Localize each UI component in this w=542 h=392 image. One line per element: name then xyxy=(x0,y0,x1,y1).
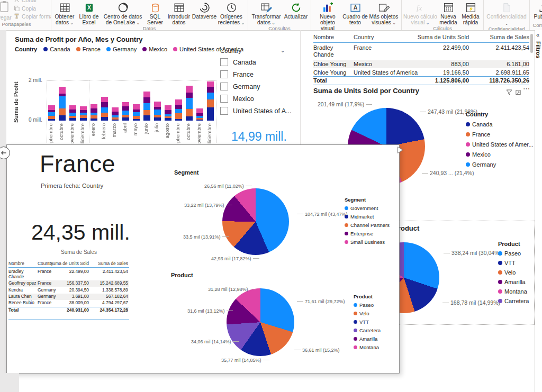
ribbon-button-dataverse[interactable]: Dataverse xyxy=(192,0,216,20)
bar-segment[interactable] xyxy=(112,117,119,120)
bar-segment[interactable] xyxy=(91,118,97,121)
bar-segment[interactable] xyxy=(143,97,150,103)
chevron-down-icon[interactable]: ⌄ xyxy=(281,48,285,53)
bar-stack-diciembre-3[interactable] xyxy=(80,80,87,121)
bar-segment[interactable] xyxy=(101,113,108,117)
bar-segment[interactable] xyxy=(207,93,214,99)
bar-segment[interactable] xyxy=(196,108,203,113)
legend-item[interactable]: Midmarket xyxy=(345,214,390,220)
table-row[interactable]: Kendra RomeroGermany20.394,501.338.578,8… xyxy=(8,287,129,294)
bar-segment[interactable] xyxy=(196,120,203,121)
legend-item[interactable]: Mexico xyxy=(142,46,167,52)
legend-item[interactable]: Amarilla xyxy=(354,336,381,342)
bar-segment[interactable] xyxy=(133,116,140,119)
bar-stack-septiembre-0[interactable] xyxy=(48,80,55,121)
ribbon-button-nueva-medida[interactable]: Nueva medida xyxy=(437,0,459,25)
bar-segment[interactable] xyxy=(48,119,55,121)
table-row[interactable]: Bradley ChandeFrance22.499,002.411.423,5… xyxy=(313,44,529,60)
ribbon-button-centro-de-datos-de-onelake[interactable]: Centro de datos de OneLake ⌄ xyxy=(101,0,144,26)
bar-segment[interactable] xyxy=(196,116,203,118)
legend-item[interactable]: Germany xyxy=(106,46,137,52)
bar-segment[interactable] xyxy=(154,117,161,121)
ribbon-button-ori-genes-recientes[interactable]: Orígenes recientes ⌄ xyxy=(216,0,246,26)
legend-item[interactable]: Germany xyxy=(466,161,534,168)
bar-segment[interactable] xyxy=(186,109,193,116)
checkbox-mexico[interactable] xyxy=(220,95,228,103)
bar-segment[interactable] xyxy=(154,107,161,110)
bar-segment[interactable] xyxy=(91,108,97,113)
bar-segment[interactable] xyxy=(59,115,66,121)
filter-icon[interactable] xyxy=(506,88,512,97)
bar-segment[interactable] xyxy=(175,109,182,113)
bar-segment[interactable] xyxy=(165,118,171,121)
table-row[interactable]: Geoffrey opezFrance156.337,5015.242.689,… xyxy=(8,280,129,287)
bar-stack-mayo-8[interactable] xyxy=(133,80,140,121)
bar-stack-septiembre-12[interactable] xyxy=(175,80,182,121)
bar-segment[interactable] xyxy=(59,96,66,108)
copy-format-button[interactable]: Copiar formato xyxy=(14,13,51,20)
bar-segment[interactable] xyxy=(91,104,97,108)
bar-segment[interactable] xyxy=(165,114,171,116)
legend-item[interactable]: Velo xyxy=(354,311,381,316)
bar-segment[interactable] xyxy=(186,86,193,93)
ribbon-button-ma-s-objetos-visuales[interactable]: Más objetos visuales ⌄ xyxy=(368,0,400,26)
bar-segment[interactable] xyxy=(101,107,108,113)
legend-item[interactable]: France xyxy=(76,46,101,52)
bar-segment[interactable] xyxy=(48,110,55,112)
bar-segment[interactable] xyxy=(80,115,87,118)
pie-chart-segment[interactable] xyxy=(222,188,289,255)
bar-segment[interactable] xyxy=(186,93,193,98)
slicer-item-mexico[interactable]: Mexico xyxy=(220,95,254,103)
bar-segment[interactable] xyxy=(207,81,214,87)
bar-segment[interactable] xyxy=(80,110,87,113)
bar-segment[interactable] xyxy=(143,92,150,97)
pie-chart-product[interactable] xyxy=(227,288,294,356)
slicer-item-germany[interactable]: Germany xyxy=(220,83,260,90)
legend-item[interactable]: Paseo xyxy=(354,302,381,308)
bar-segment[interactable] xyxy=(101,97,108,102)
bar-segment[interactable] xyxy=(112,112,119,115)
bar-stack-julio-10[interactable] xyxy=(154,80,161,121)
bar-segment[interactable] xyxy=(112,115,119,117)
legend-item[interactable]: Channel Partners xyxy=(345,222,390,228)
bar-segment[interactable] xyxy=(112,120,119,121)
bar-segment[interactable] xyxy=(154,102,161,107)
bar-stack-noviembre-2[interactable] xyxy=(69,80,76,121)
legend-item[interactable]: Mexico xyxy=(466,151,534,158)
legend-item[interactable]: Velo xyxy=(498,269,529,276)
bar-stack-noviembre-14[interactable] xyxy=(196,80,203,121)
bar-segment[interactable] xyxy=(48,112,55,116)
copy-button[interactable]: Copia xyxy=(14,5,36,12)
legend-item[interactable]: Canada xyxy=(43,46,70,52)
bar-segment[interactable] xyxy=(48,116,55,119)
bar-segment[interactable] xyxy=(207,99,214,107)
legend-item[interactable]: Carretera xyxy=(354,327,381,333)
bar-segment[interactable] xyxy=(175,105,182,109)
slicer-item-canada[interactable]: Canada xyxy=(220,58,256,66)
bar-segment[interactable] xyxy=(143,110,150,115)
bar-segment[interactable] xyxy=(122,111,129,115)
bar-segment[interactable] xyxy=(207,107,214,121)
legend-item[interactable]: Paseo xyxy=(498,250,529,257)
legend-item[interactable]: United States of Amer... xyxy=(466,141,534,148)
bar-segment[interactable] xyxy=(165,105,171,110)
checkbox-france[interactable] xyxy=(220,70,228,78)
bar-segment[interactable] xyxy=(48,105,55,110)
ribbon-button-sql-server[interactable]: SQL Server xyxy=(144,0,166,25)
table-row[interactable]: Chloe YoungUnited States of America19.16… xyxy=(313,69,529,76)
bar-segment[interactable] xyxy=(175,113,182,119)
bar-segment[interactable] xyxy=(122,117,129,121)
legend-item[interactable]: Government xyxy=(345,205,390,211)
table-row[interactable]: Renee RubioFrance38.009,004.794.297,67 xyxy=(8,300,129,306)
checkbox-canada[interactable] xyxy=(220,58,228,66)
bar-segment[interactable] xyxy=(175,119,182,121)
bar-segment[interactable] xyxy=(154,110,161,115)
legend-item[interactable]: VTT xyxy=(498,260,529,266)
slicer-item-france[interactable]: France xyxy=(220,70,254,78)
ribbon-button-actualizar[interactable]: Actualizar xyxy=(283,0,309,20)
bar-segment[interactable] xyxy=(165,110,171,114)
more-options-icon[interactable]: ⋯ xyxy=(523,85,530,93)
bar-segment[interactable] xyxy=(186,98,193,109)
bar-segment[interactable] xyxy=(122,102,129,106)
bar-segment[interactable] xyxy=(122,106,129,111)
